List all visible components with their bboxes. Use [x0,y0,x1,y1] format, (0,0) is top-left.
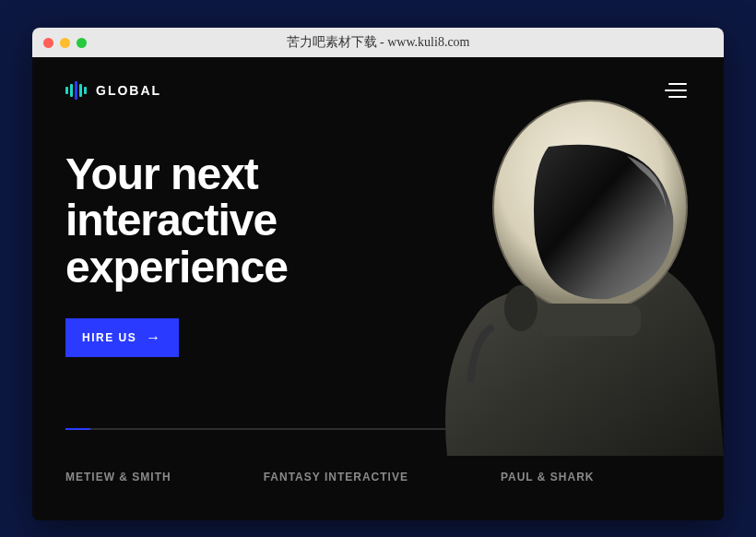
arrow-right-icon: → [146,330,162,345]
brand-name: GLOBAL [96,83,161,98]
hero-line-3: experience [65,243,288,292]
hire-us-button[interactable]: HIRE US → [65,318,179,357]
svg-point-2 [504,285,537,331]
client-list: METIEW & SMITH FANTASY INTERACTIVE PAUL … [65,471,691,483]
close-window-button[interactable] [43,38,53,48]
menu-button[interactable] [661,79,691,101]
hamburger-icon [668,83,687,85]
window-title: 苦力吧素材下载 - www.kuli8.com [287,34,470,51]
maximize-window-button[interactable] [77,38,87,48]
page-content: GLOBAL [32,57,724,520]
progress-indicator [65,428,90,430]
hero-headline: Your next interactive experience [65,151,691,291]
client-item[interactable]: METIEW & SMITH [65,471,171,483]
window-titlebar: 苦力吧素材下载 - www.kuli8.com [32,28,724,57]
hero-line-1: Your next [65,149,258,198]
hero-section: Your next interactive experience HIRE US… [32,124,724,474]
client-item[interactable]: PAUL & SHARK [501,471,595,483]
hero-line-2: interactive [65,196,277,245]
soundwave-icon [65,81,87,100]
client-item[interactable]: FANTASY INTERACTIVE [264,471,408,483]
site-header: GLOBAL [32,57,724,124]
svg-rect-3 [539,304,641,336]
browser-window: 苦力吧素材下载 - www.kuli8.com GLOBAL [32,28,724,520]
cta-label: HIRE US [82,331,136,344]
minimize-window-button[interactable] [60,38,70,48]
logo[interactable]: GLOBAL [65,81,161,100]
traffic-lights [43,38,87,48]
